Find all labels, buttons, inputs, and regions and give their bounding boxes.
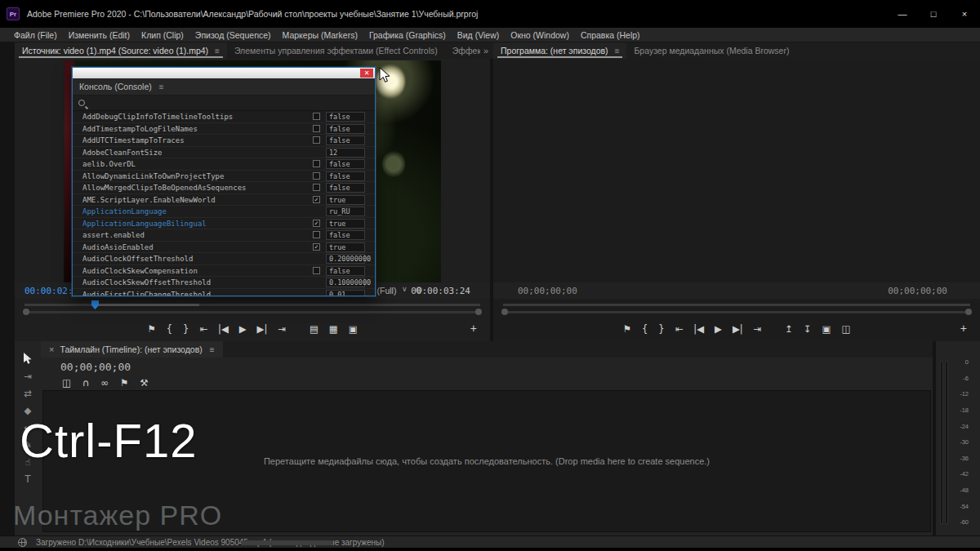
button-editor-plus[interactable]: + [470,322,477,335]
step-back-icon[interactable]: |◀ [218,323,229,335]
console-drag-bar[interactable]: ✕ [73,68,375,78]
playhead[interactable] [91,300,99,309]
timeline-settings-icon[interactable]: ⚒ [140,377,148,389]
type-tool-icon[interactable]: T [18,471,38,487]
panel-tab[interactable]: Программа: (нет эпизодов)≡ [493,42,626,59]
sync-status-icon[interactable] [18,538,27,547]
console-row[interactable]: AME.ScriptLayer.EnableNewWorld✓true [73,194,375,207]
timeline-tab[interactable]: × Таймлайн (Timeline): (нет эпизодов) ≡ [41,341,223,358]
panel-tab[interactable]: Браузер медиаданных (Media Browser) [626,42,796,59]
menu-item[interactable]: Окно (Window) [505,30,575,40]
track-select-forward-tool-icon[interactable]: ⇥ [18,368,38,384]
console-setting-value[interactable]: 0.01 [326,290,365,297]
console-setting-value[interactable]: true [326,219,365,229]
lift-icon[interactable]: ↥ [785,323,793,335]
go-to-in-icon[interactable]: ⇤ [675,323,684,335]
console-setting-checkbox[interactable] [313,231,320,238]
export-frame-icon[interactable]: ▣ [349,323,358,335]
console-setting-checkbox[interactable] [313,136,320,144]
program-current-timecode[interactable]: 00;00;00;00 [518,286,577,296]
console-setting-checkbox[interactable]: ✓ [313,220,320,227]
console-search-row[interactable] [73,96,375,111]
zoom-handle-left[interactable] [23,309,29,315]
console-row[interactable]: AllowDynamicLinkToOwnProjectTypefalse [73,171,375,183]
program-scrubber[interactable] [493,299,980,317]
panel-menu-icon[interactable]: ≡ [210,345,215,354]
maximize-button[interactable]: □ [918,0,949,28]
play-icon[interactable]: ▶ [715,323,722,335]
insert-icon[interactable]: ▤ [310,323,318,335]
mark-in-icon[interactable]: { [167,323,172,335]
panel-menu-icon[interactable]: ≡ [615,47,620,56]
console-row[interactable]: AudioFirstClipChangeThreshold0.01 [73,289,375,297]
step-forward-icon[interactable]: ▶| [733,323,743,335]
console-setting-value[interactable]: false [326,136,365,145]
zoom-handle-right[interactable] [475,309,482,315]
tab-overflow-chevron[interactable]: » [480,42,492,59]
selection-tool-icon[interactable] [18,351,38,367]
nest-toggle-icon[interactable]: ◫ [62,377,71,389]
source-scrubber[interactable] [15,299,490,317]
comparison-view-icon[interactable]: ◫ [841,323,850,335]
extract-icon[interactable]: ↧ [804,323,812,335]
overwrite-icon[interactable]: ▦ [329,323,338,335]
console-setting-checkbox[interactable] [313,160,320,167]
ripple-edit-tool-icon[interactable]: ⇄ [18,385,38,401]
menu-item[interactable]: Клип (Clip) [136,30,189,40]
add-marker-icon[interactable]: ⚑ [120,377,128,389]
console-setting-value[interactable]: true [326,242,365,252]
panel-menu-icon[interactable]: ≡ [159,82,164,91]
console-setting-value[interactable]: 12 [326,148,365,158]
console-row[interactable]: assert.enabledfalse [73,229,375,242]
console-row[interactable]: AllowMergedClipsToBeOpenedAsSequencesfal… [73,182,375,194]
mark-in-icon[interactable]: { [642,323,648,335]
menu-item[interactable]: Графика (Graphics) [363,30,452,40]
panel-tab[interactable]: Элементы управления эффектами (Effect Co… [227,42,445,59]
zoom-scrollbar[interactable] [24,311,480,313]
go-to-out-icon[interactable]: ⇥ [278,323,286,335]
zoom-scrollbar[interactable] [503,311,970,313]
console-setting-value[interactable]: false [326,266,365,276]
scrubber-track[interactable] [503,304,970,306]
close-icon[interactable]: × [49,344,54,354]
zoom-handle-left[interactable] [501,309,508,315]
console-setting-checkbox[interactable] [313,113,320,120]
console-setting-value[interactable]: 0.20000000 [326,254,365,264]
console-setting-checkbox[interactable]: ✓ [313,243,320,251]
menu-item[interactable]: Вид (View) [452,30,505,40]
console-row[interactable]: AudioAsioEnabled✓true [73,242,375,254]
panel-tab[interactable]: Источник: video (1).mp4 (Source: video (… [15,42,227,59]
mark-out-icon[interactable]: } [183,323,189,335]
console-row[interactable]: ApplicationLanguageBilingual✓true [73,218,375,230]
menu-item[interactable]: Изменить (Edit) [63,30,136,40]
button-editor-plus[interactable]: + [960,322,967,335]
console-row[interactable]: AudioClockSkewOffsetThreshold0.10000000 [73,277,375,289]
console-setting-checkbox[interactable] [313,184,320,191]
console-row[interactable]: AddUTCTimestampToTracesfalse [73,135,375,147]
chevron-down-icon[interactable]: ∨ [402,285,408,293]
console-setting-checkbox[interactable] [313,267,320,274]
snap-icon[interactable]: ∩ [82,377,89,389]
console-setting-value[interactable]: false [326,124,365,134]
minimize-button[interactable]: — [887,0,918,28]
add-marker-icon[interactable]: ⚑ [623,323,631,335]
console-setting-checkbox[interactable] [313,172,320,180]
zoom-handle-right[interactable] [965,309,972,315]
export-frame-icon[interactable]: ▣ [822,323,831,335]
menu-item[interactable]: Файл (File) [8,30,63,40]
console-close-button[interactable]: ✕ [360,69,373,78]
step-forward-icon[interactable]: ▶| [257,323,268,335]
console-row[interactable]: AudioClockSkewCompensationfalse [73,265,375,278]
console-row[interactable]: AudioClockOffsetThreshold0.20000000 [73,253,375,265]
console-setting-value[interactable]: ru_RU [326,207,365,216]
linked-selection-icon[interactable]: ∞ [100,377,109,389]
panel-menu-icon[interactable]: ≡ [215,47,220,56]
console-setting-value[interactable]: false [326,230,365,240]
console-setting-value[interactable]: false [326,159,365,169]
play-icon[interactable]: ▶ [239,323,247,335]
console-row[interactable]: AddTimestampToLogFileNamesfalse [73,123,375,136]
add-marker-icon[interactable]: ⚑ [147,323,155,335]
console-setting-checkbox[interactable] [313,125,320,132]
go-to-in-icon[interactable]: ⇤ [199,323,207,335]
close-button[interactable]: × [949,0,980,28]
